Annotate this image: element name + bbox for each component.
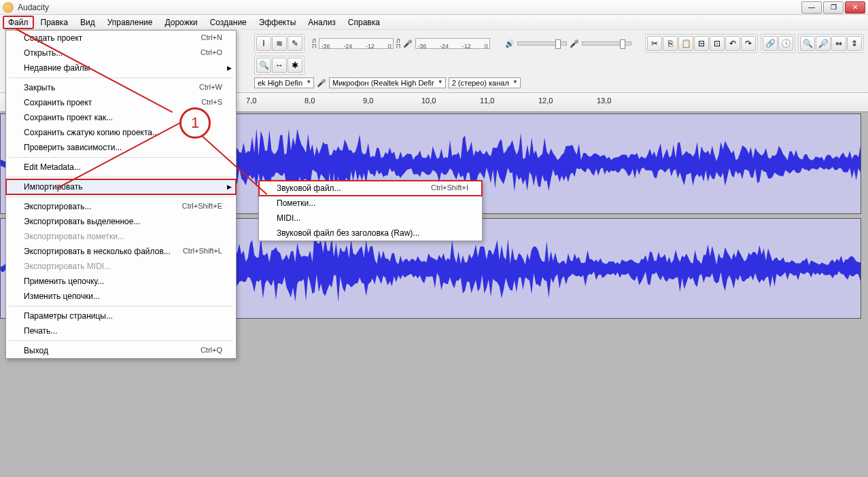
silence-icon[interactable]: ⊡ (710, 36, 725, 51)
menu-item[interactable]: Импортировать▶ (6, 179, 236, 194)
zoom-group: 🔍 🔎 ⇔ ⇕ (798, 34, 864, 53)
menu-вид[interactable]: Вид (75, 16, 101, 29)
menu-item[interactable]: Экспортировать...Ctrl+Shift+E (6, 199, 236, 214)
zoom-tool-icon[interactable]: 🔍 (256, 58, 271, 73)
device-toolbar: ek High Defin Микрофон (Realtek High Def… (250, 76, 868, 90)
menu-item: Экспортировать пометки... (6, 229, 236, 244)
ruler-tick: 8,0 (305, 96, 315, 112)
menu-правка[interactable]: Правка (35, 16, 74, 29)
selection-tool-icon[interactable]: I (256, 36, 271, 51)
menu-separator (9, 177, 233, 177)
menu-item[interactable]: Edit Metadata... (6, 160, 236, 175)
menu-item[interactable]: Изменить цепочки... (6, 289, 236, 304)
chevron-right-icon: ▶ (227, 183, 232, 190)
ruler-tick: 11,0 (480, 96, 494, 112)
menu-item: Экспортировать MIDI... (6, 259, 236, 274)
record-meter[interactable]: -36-24-120 (415, 38, 489, 49)
playback-meter[interactable]: -36-24-120 (319, 38, 393, 49)
menu-item[interactable]: Открыть...Ctrl+O (6, 46, 236, 60)
redo-icon[interactable]: ↷ (741, 36, 756, 51)
menu-item[interactable]: Экспортировать в несколько файлов...Ctrl… (6, 244, 236, 259)
maximize-button[interactable]: ❐ (823, 1, 844, 14)
trim-icon[interactable]: ⊟ (694, 36, 709, 51)
zoom-out-icon[interactable]: 🔎 (816, 36, 831, 51)
submenu-item[interactable]: Звуковой файл...Ctrl+Shift+I (259, 181, 482, 196)
file-menu-dropdown: Создать проектCtrl+NОткрыть...Ctrl+OНеда… (5, 30, 237, 359)
fit-selection-icon[interactable]: ⇔ (831, 36, 846, 51)
menu-дорожки[interactable]: Дорожки (160, 16, 203, 29)
edit-tool-group: ✂ ⎘ 📋 ⊟ ⊡ ↶ ↷ (645, 34, 758, 53)
speaker-icon (505, 39, 515, 48)
mic-icon (403, 39, 413, 48)
tool-group-2: 🔍 ↔ ✱ (254, 56, 305, 75)
ruler-tick: 10,0 (421, 96, 436, 112)
menu-анализ[interactable]: Анализ (302, 16, 341, 29)
zoom-in-icon[interactable]: 🔍 (800, 36, 815, 51)
multi-tool-icon[interactable]: ✱ (288, 58, 302, 73)
input-device-combo[interactable]: Микрофон (Realtek High Defir (329, 77, 446, 88)
menu-item[interactable]: Параметры страницы... (6, 308, 236, 323)
window-title: Audacity (18, 3, 801, 12)
ruler-tick: 7,0 (246, 96, 256, 112)
ruler-tick: 9,0 (363, 96, 373, 112)
window-controls: — ❐ ✕ (801, 1, 865, 14)
tool-group: I ≋ ✎ (254, 34, 305, 53)
menu-separator (9, 306, 233, 306)
menu-управление[interactable]: Управление (102, 16, 158, 29)
submenu-item[interactable]: Пометки... (259, 196, 482, 211)
submenu-item[interactable]: Звуковой файл без заголовка (Raw)... (259, 226, 482, 241)
cut-icon[interactable]: ✂ (647, 36, 662, 51)
menu-item[interactable]: ВыходCtrl+Q (6, 343, 236, 358)
input-volume-slider[interactable] (582, 41, 631, 46)
chevron-right-icon: ▶ (227, 65, 232, 71)
lp-playback-label: ЛП (312, 38, 316, 49)
menu-справка[interactable]: Справка (343, 16, 385, 29)
menu-эффекты[interactable]: Эффекты (254, 16, 302, 29)
fit-project-icon[interactable]: ⇕ (847, 36, 862, 51)
annotation-marker-1: 1 (179, 107, 211, 139)
ruler-tick: 12,0 (538, 96, 553, 112)
menu-item[interactable]: Недавние файлы▶ (6, 60, 236, 75)
sync-lock-icon[interactable]: 🔗 (763, 36, 778, 51)
menu-item[interactable]: Экспортировать выделенное... (6, 214, 236, 229)
menu-separator (9, 340, 233, 341)
copy-icon[interactable]: ⎘ (663, 36, 678, 51)
undo-icon[interactable]: ↶ (725, 36, 740, 51)
title-bar: Audacity — ❐ ✕ (0, 0, 868, 15)
menu-bar: ФайлПравкаВидУправлениеДорожкиСозданиеЭф… (0, 15, 868, 30)
menu-item[interactable]: Применить цепочку... (6, 274, 236, 289)
menu-separator (9, 77, 233, 78)
draw-tool-icon[interactable]: ✎ (288, 36, 302, 51)
clock-icon[interactable]: 🕓 (778, 36, 793, 51)
menu-item[interactable]: ЗакрытьCtrl+W (6, 80, 236, 95)
timeshift-tool-icon[interactable]: ↔ (272, 58, 287, 73)
app-icon (3, 2, 14, 13)
submenu-item[interactable]: MIDI... (259, 211, 482, 226)
mic-vol-icon (570, 39, 579, 48)
menu-создание[interactable]: Создание (205, 16, 252, 29)
mic-device-icon (317, 79, 326, 88)
envelope-tool-icon[interactable]: ≋ (272, 36, 287, 51)
output-volume-slider[interactable] (517, 41, 567, 46)
menu-item[interactable]: Печать... (6, 323, 236, 338)
menu-файл[interactable]: Файл (3, 16, 34, 29)
close-button[interactable]: ✕ (845, 1, 865, 14)
output-device-combo[interactable]: ek High Defin (254, 77, 314, 88)
channels-combo[interactable]: 2 (стерео) канал (449, 77, 521, 88)
lp-record-label: ЛП (396, 38, 400, 49)
import-submenu: Звуковой файл...Ctrl+Shift+IПометки...MI… (258, 180, 483, 241)
link-sync-group: 🔗 🕓 (761, 34, 795, 53)
menu-separator (9, 196, 233, 197)
menu-item[interactable]: Сохранить проектCtrl+S (6, 95, 236, 110)
menu-item[interactable]: Создать проектCtrl+N (6, 31, 236, 46)
minimize-button[interactable]: — (801, 1, 822, 14)
menu-separator (9, 157, 233, 158)
paste-icon[interactable]: 📋 (678, 36, 693, 51)
ruler-tick: 13,0 (597, 96, 611, 112)
